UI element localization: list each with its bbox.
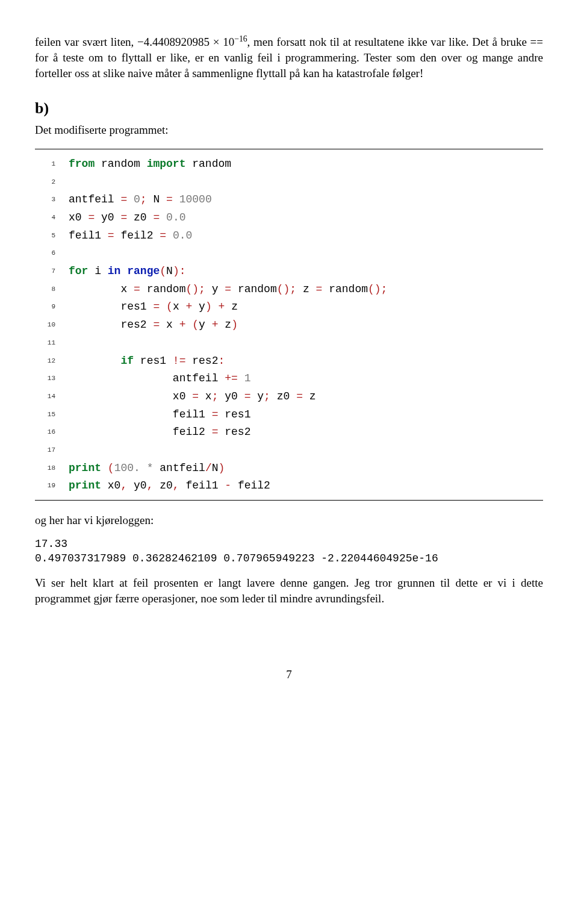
- code-listing: 1from random import random23antfeil = 0;…: [35, 149, 543, 501]
- line-number: 16: [35, 423, 69, 442]
- line-number: 19: [35, 477, 69, 495]
- intro-paragraph: feilen var svært liten, −4.4408920985 × …: [35, 34, 543, 81]
- code-text: x0 = y0 = z0 = 0.0: [69, 209, 186, 227]
- page-number: 7: [35, 667, 543, 682]
- line-number: 2: [35, 173, 69, 192]
- code-line: 10 res2 = x + (y + z): [35, 316, 543, 334]
- section-b-subtitle: Det modifiserte programmet:: [35, 122, 543, 138]
- line-number: 17: [35, 442, 69, 460]
- code-line: 1from random import random: [35, 155, 543, 173]
- code-text: for i in range(N):: [69, 263, 186, 281]
- runlog-output: 17.33 0.497037317989 0.36282462109 0.707…: [35, 537, 543, 566]
- line-number: 14: [35, 388, 69, 406]
- intro-p1-exp: −16: [234, 34, 247, 43]
- code-text: from random import random: [69, 155, 231, 173]
- code-text: feil2 = res2: [69, 423, 250, 442]
- line-number: 10: [35, 316, 69, 334]
- runlog-caption: og her har vi kjøreloggen:: [35, 513, 543, 528]
- code-text: feil1 = res1: [69, 406, 250, 424]
- code-line: 17: [35, 442, 543, 460]
- code-line: 12 if res1 != res2:: [35, 352, 543, 370]
- line-number: 8: [35, 281, 69, 299]
- code-line: 8 x = random(); y = random(); z = random…: [35, 281, 543, 299]
- line-number: 7: [35, 263, 69, 281]
- line-number: 15: [35, 406, 69, 424]
- code-line: 18print (100. * antfeil/N): [35, 460, 543, 478]
- intro-p1-prefix: feilen var svært liten, −4.4408920985 × …: [35, 36, 234, 48]
- code-line: 19print x0, y0, z0, feil1 - feil2: [35, 477, 543, 495]
- code-line: 13 antfeil += 1: [35, 370, 543, 388]
- code-text: res2 = x + (y + z): [69, 316, 238, 334]
- line-number: 11: [35, 334, 69, 352]
- code-line: 4x0 = y0 = z0 = 0.0: [35, 209, 543, 227]
- line-number: 4: [35, 209, 69, 227]
- code-text: res1 = (x + y) + z: [69, 298, 238, 316]
- code-line: 11: [35, 334, 543, 352]
- code-line: 15 feil1 = res1: [35, 406, 543, 424]
- section-b-label: b): [35, 98, 543, 119]
- code-text: feil1 = feil2 = 0.0: [69, 227, 192, 245]
- code-text: antfeil = 0; N = 10000: [69, 191, 212, 209]
- code-line: 6: [35, 245, 543, 263]
- code-line: 3antfeil = 0; N = 10000: [35, 191, 543, 209]
- code-text: print (100. * antfeil/N): [69, 460, 225, 478]
- line-number: 1: [35, 155, 69, 173]
- line-number: 3: [35, 191, 69, 209]
- code-text: print x0, y0, z0, feil1 - feil2: [69, 477, 270, 495]
- code-line: 2: [35, 173, 543, 192]
- code-line: 9 res1 = (x + y) + z: [35, 298, 543, 316]
- line-number: 18: [35, 460, 69, 478]
- conclusion-paragraph: Vi ser helt klart at feil prosenten er l…: [35, 575, 543, 606]
- line-number: 12: [35, 352, 69, 370]
- code-line: 14 x0 = x; y0 = y; z0 = z: [35, 388, 543, 406]
- line-number: 9: [35, 298, 69, 316]
- line-number: 13: [35, 370, 69, 388]
- code-line: 16 feil2 = res2: [35, 423, 543, 442]
- code-text: x = random(); y = random(); z = random()…: [69, 281, 387, 299]
- code-text: x0 = x; y0 = y; z0 = z: [69, 388, 316, 406]
- code-line: 7for i in range(N):: [35, 263, 543, 281]
- code-text: antfeil += 1: [69, 370, 250, 388]
- line-number: 5: [35, 227, 69, 245]
- code-line: 5feil1 = feil2 = 0.0: [35, 227, 543, 245]
- line-number: 6: [35, 245, 69, 263]
- code-text: if res1 != res2:: [69, 352, 225, 370]
